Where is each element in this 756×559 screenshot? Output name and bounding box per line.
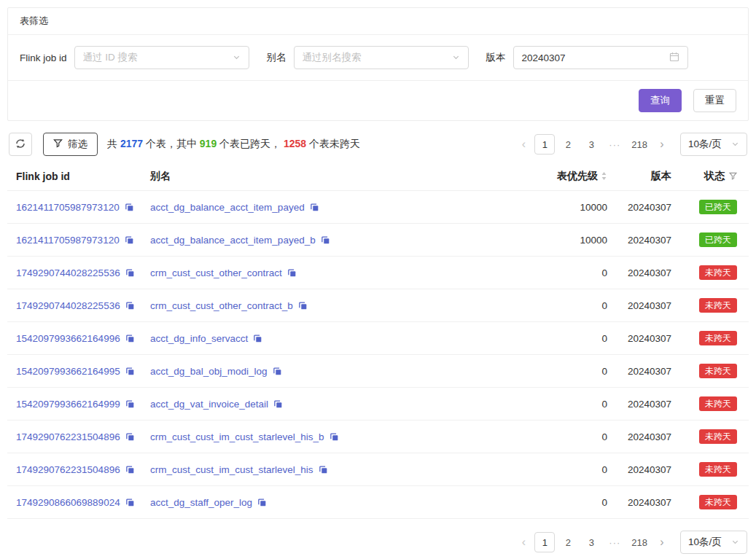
table-row: 1542097993662164999 acct_dg_vat_invoice_… [7,388,749,421]
copy-icon[interactable] [253,334,262,343]
job-id-link[interactable]: 1542097993662164996 [16,333,120,344]
filter-button[interactable]: 筛选 [43,133,98,156]
copy-icon[interactable] [125,334,135,343]
copy-icon[interactable] [287,268,297,278]
next-page-button[interactable]: › [652,532,671,552]
filter-panel-title: 表筛选 [8,8,748,35]
version-cell: 20240307 [607,202,671,213]
query-button[interactable]: 查询 [639,89,682,112]
priority-cell: 0 [498,431,607,442]
table-row: 1749290744028225536 crm_cust_cust_other_… [7,289,749,322]
page-size-select[interactable]: 10条/页 [680,133,747,156]
page-button-2[interactable]: 2 [558,134,578,155]
summary-suffix: 个表未跨天 [306,138,360,149]
filter-panel: 表筛选 Flink job id 通过 ID 搜索 别名 通过别名搜索 [7,7,749,121]
copy-icon[interactable] [125,268,135,278]
priority-cell: 0 [498,464,607,475]
copy-icon[interactable] [330,432,339,442]
job-id-link[interactable]: 1749290762231504896 [16,464,120,475]
sort-icon[interactable] [601,171,607,181]
page-size-select[interactable]: 10条/页 [680,531,747,554]
toolbar: 筛选 共 2177 个表，其中 919 个表已跨天， 1258 个表未跨天 ‹1… [9,133,747,156]
copy-icon[interactable] [321,235,330,245]
page-ellipsis: ··· [604,532,625,552]
alias-link[interactable]: acct_dg_balance_acct_item_payed [150,202,305,213]
job-id-link[interactable]: 1749290744028225536 [16,300,120,311]
page-size-value: 10条/页 [688,138,722,151]
alias-link[interactable]: crm_cust_cust_im_cust_starlevel_his_b [150,431,324,442]
page-size-value: 10条/页 [688,536,722,549]
reset-button[interactable]: 重置 [693,89,736,112]
status-badge: 未跨天 [699,331,737,345]
copy-icon[interactable] [125,301,135,310]
copy-icon[interactable] [257,498,267,507]
job-id-link[interactable]: 1621411705987973120 [16,235,120,246]
column-header-version: 版本 [607,170,671,183]
copy-icon[interactable] [319,465,328,474]
status-badge: 未跨天 [699,495,737,509]
copy-icon[interactable] [125,432,135,442]
filter-button-label: 筛选 [68,138,87,151]
alias-link[interactable]: crm_cust_cust_other_contract_b [150,300,293,311]
copy-icon[interactable] [125,399,135,409]
copy-icon[interactable] [125,465,135,474]
page-button-1[interactable]: 1 [534,134,555,155]
page-button-218[interactable]: 218 [628,134,651,155]
page-button-3[interactable]: 3 [581,532,601,552]
version-cell: 20240307 [607,333,671,344]
version-cell: 20240307 [607,366,671,377]
job-id-link[interactable]: 1621411705987973120 [16,202,120,213]
job-id-link[interactable]: 1542097993662164995 [16,366,120,377]
table-row: 1749290744028225536 crm_cust_cust_other_… [7,257,749,289]
alias-link[interactable]: acct_dg_info_servacct [150,333,248,344]
version-cell: 20240307 [607,464,671,475]
status-badge: 未跨天 [699,364,737,378]
job-id-link[interactable]: 1749290744028225536 [16,267,120,278]
flink-job-id-select[interactable]: 通过 ID 搜索 [74,46,249,69]
summary-crossed-count: 919 [200,138,217,149]
pagination-zone-bottom: ‹123···218› 10条/页 [7,531,749,554]
copy-icon[interactable] [273,367,282,376]
job-id-link[interactable]: 1542097993662164999 [16,399,120,410]
alias-link[interactable]: crm_cust_cust_other_contract [150,267,282,278]
table-row: 1542097993662164996 acct_dg_info_servacc… [7,322,749,355]
refresh-button[interactable] [9,133,32,156]
column-header-priority[interactable]: 表优先级 [498,170,607,183]
version-cell: 20240307 [607,235,671,246]
job-id-link[interactable]: 1749290866069889024 [16,497,120,508]
copy-icon[interactable] [125,367,135,376]
copy-icon[interactable] [298,301,308,310]
alias-link[interactable]: acct_dg_staff_oper_log [150,497,252,508]
version-cell: 20240307 [607,431,671,442]
priority-header-label: 表优先级 [557,170,598,183]
calendar-icon [669,52,679,64]
column-header-alias: 别名 [150,170,498,183]
page-button-3[interactable]: 3 [581,134,601,155]
status-filter-funnel-icon[interactable] [729,172,737,180]
page-button-1[interactable]: 1 [534,532,555,552]
version-cell: 20240307 [607,300,671,311]
job-id-link[interactable]: 1749290762231504896 [16,431,120,442]
chevron-down-icon [731,537,739,548]
priority-cell: 0 [498,366,607,377]
priority-cell: 0 [498,333,607,344]
alias-link[interactable]: crm_cust_cust_im_cust_starlevel_his [150,464,313,475]
version-date-input[interactable]: 20240307 [513,46,688,69]
copy-icon[interactable] [125,203,134,212]
copy-icon[interactable] [125,235,134,245]
prev-page-button[interactable]: ‹ [514,532,533,552]
table-row: 1621411705987973120 acct_dg_balance_acct… [7,224,749,257]
column-header-status[interactable]: 状态 [671,170,749,183]
next-page-button[interactable]: › [652,134,671,155]
alias-select[interactable]: 通过别名搜索 [294,46,469,69]
alias-link[interactable]: acct_dg_vat_invoice_detail [150,399,268,410]
copy-icon[interactable] [273,399,283,409]
copy-icon[interactable] [310,203,319,212]
page-button-218[interactable]: 218 [628,532,651,552]
alias-link[interactable]: acct_dg_balance_acct_item_payed_b [150,235,316,246]
version-cell: 20240307 [607,399,671,410]
page-button-2[interactable]: 2 [558,532,578,552]
alias-link[interactable]: acct_dg_bal_obj_modi_log [150,366,268,377]
copy-icon[interactable] [125,498,135,507]
prev-page-button[interactable]: ‹ [514,134,533,155]
